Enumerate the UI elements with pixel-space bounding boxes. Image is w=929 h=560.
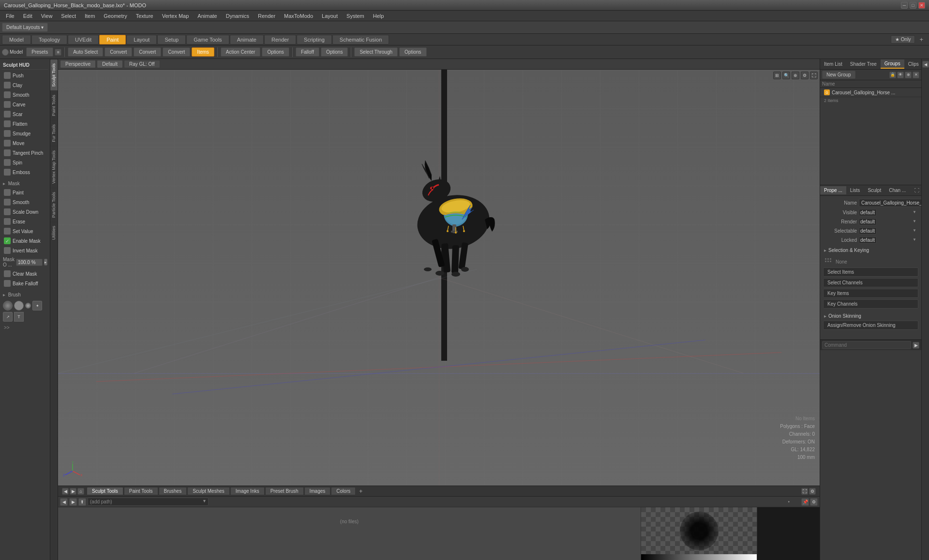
- menu-item-edit[interactable]: Edit: [19, 12, 36, 20]
- tab-paint[interactable]: Paint: [99, 35, 126, 44]
- tool-spin[interactable]: Spin: [2, 158, 48, 167]
- falloff-button[interactable]: Falloff: [296, 47, 319, 57]
- menu-item-vertex-map[interactable]: Vertex Map: [158, 12, 193, 20]
- convert1-button[interactable]: Convert: [105, 47, 132, 57]
- far-right-collapse[interactable]: ◀: [922, 61, 929, 68]
- tab-model[interactable]: Model: [2, 35, 31, 44]
- tool-set-value[interactable]: Set Value: [2, 226, 48, 236]
- tool-clay[interactable]: Clay: [2, 80, 48, 90]
- convert3-button[interactable]: Convert: [163, 47, 190, 57]
- tool-flatten[interactable]: Flatten: [2, 119, 48, 129]
- auto-select-button[interactable]: Auto Select: [68, 47, 103, 57]
- btm-settings-icon[interactable]: ⚙: [810, 498, 818, 506]
- btm-tool-3[interactable]: ⬆: [78, 498, 86, 506]
- vp-fit-icon[interactable]: ⊞: [773, 72, 781, 79]
- btm-tab-sculpt[interactable]: Sculpt Tools: [87, 487, 123, 495]
- prop-visible-select[interactable]: default: [859, 209, 877, 216]
- minimize-button[interactable]: ─: [901, 2, 908, 9]
- props-tab-lists[interactable]: Lists: [846, 186, 864, 194]
- options3-button[interactable]: Options: [399, 47, 426, 57]
- vp-settings-icon[interactable]: ⚙: [801, 72, 809, 79]
- btm-tab-colors[interactable]: Colors: [331, 487, 356, 495]
- key-items-button[interactable]: Key Items: [823, 289, 918, 298]
- tab-topology[interactable]: Topology: [31, 35, 67, 44]
- mask-opacity-expand[interactable]: ▸: [44, 259, 47, 265]
- prop-selectable-select[interactable]: default: [859, 227, 877, 235]
- side-tab-fur[interactable]: Fur Tools: [50, 120, 58, 146]
- close-button[interactable]: ✕: [918, 2, 925, 9]
- side-tab-vertex[interactable]: Vertex Map Tools: [50, 146, 58, 188]
- tool-scar[interactable]: Scar: [2, 109, 48, 119]
- btm-expand-icon[interactable]: ⛶: [801, 488, 808, 495]
- tool-bake-falloff[interactable]: Bake Falloff: [2, 279, 48, 288]
- ctrl-icon-1[interactable]: 🔒: [889, 72, 896, 78]
- btm-tool-1[interactable]: ◀: [60, 498, 68, 506]
- brush-star[interactable]: ✦: [32, 301, 42, 310]
- tab-uvedit[interactable]: UVEdit: [68, 35, 99, 44]
- menu-item-file[interactable]: File: [2, 12, 18, 20]
- new-group-button[interactable]: New Group: [822, 71, 855, 79]
- side-tab-paint[interactable]: Paint Tools: [50, 90, 58, 120]
- preset-icon[interactable]: ≡: [55, 49, 61, 56]
- prop-locked-select[interactable]: default: [859, 236, 877, 244]
- mask-section-header[interactable]: ▸ Mask: [2, 179, 48, 188]
- items-button[interactable]: Items: [192, 47, 214, 57]
- menu-item-texture[interactable]: Texture: [132, 12, 157, 20]
- menu-item-item[interactable]: Item: [81, 12, 99, 20]
- tool-scale-down[interactable]: Scale Down: [2, 207, 48, 217]
- tab-animate[interactable]: Animate: [230, 35, 264, 44]
- tool-clear-mask[interactable]: Clear Mask: [2, 269, 48, 279]
- onion-skinning-header[interactable]: ▸ Onion Skinning: [823, 311, 918, 321]
- menu-item-layout[interactable]: Layout: [318, 12, 342, 20]
- options2-button[interactable]: Options: [321, 47, 348, 57]
- brush-hard-circle[interactable]: [14, 301, 24, 310]
- tool-smudge[interactable]: Smudge: [2, 129, 48, 138]
- maximize-button[interactable]: □: [910, 2, 916, 9]
- props-tab-chan[interactable]: Chan ...: [885, 186, 910, 194]
- right-tab-groups[interactable]: Groups: [881, 59, 904, 69]
- tool-push[interactable]: Push: [2, 71, 48, 80]
- path-input[interactable]: [88, 498, 209, 506]
- vp-zoom-in-icon[interactable]: 🔍: [782, 72, 790, 79]
- tool-emboss[interactable]: Emboss: [2, 167, 48, 177]
- brush-text-T[interactable]: T: [14, 312, 24, 322]
- side-tab-particle[interactable]: Particle Tools: [50, 188, 58, 221]
- tool-erase[interactable]: Erase: [2, 217, 48, 226]
- btm-tab-images[interactable]: Images: [304, 487, 331, 495]
- btm-nav-home[interactable]: ⌂: [77, 488, 84, 495]
- options1-button[interactable]: Options: [262, 47, 289, 57]
- btm-gear-icon[interactable]: ⚙: [809, 488, 816, 495]
- tool-invert-mask[interactable]: Invert Mask: [2, 246, 48, 255]
- tool-carve[interactable]: Carve: [2, 100, 48, 109]
- side-tab-utilities[interactable]: Utilities: [50, 221, 58, 244]
- ctrl-icon-3[interactable]: ⊕: [905, 72, 912, 78]
- tool-move[interactable]: Move: [2, 138, 48, 148]
- ctrl-icon-4[interactable]: ✕: [913, 72, 919, 78]
- menu-item-maxtomodo[interactable]: MaxToModo: [280, 12, 317, 20]
- menu-item-dynamics[interactable]: Dynamics: [222, 12, 253, 20]
- vp-expand-icon[interactable]: ⛶: [810, 72, 818, 79]
- right-tab-clips[interactable]: Clips: [904, 60, 921, 68]
- btm-nav-prev[interactable]: ◀: [62, 488, 69, 495]
- assign-remove-onion-button[interactable]: Assign/Remove Onion Skinning: [823, 321, 918, 330]
- view-shading[interactable]: Default: [97, 60, 123, 68]
- tab-scripting[interactable]: Scripting: [297, 35, 332, 44]
- menu-item-geometry[interactable]: Geometry: [100, 12, 131, 20]
- tab-add-button[interactable]: +: [915, 34, 927, 44]
- tab-game-tools[interactable]: Game Tools: [186, 35, 229, 44]
- btm-tab-image-inks[interactable]: Image Inks: [230, 487, 265, 495]
- tab-render[interactable]: Render: [264, 35, 296, 44]
- tab-layout[interactable]: Layout: [126, 35, 157, 44]
- btm-tool-2[interactable]: ▶: [69, 498, 77, 506]
- tool-mask-smooth[interactable]: Smooth: [2, 197, 48, 207]
- ctrl-icon-2[interactable]: 👁: [897, 72, 904, 78]
- view-ray-gl[interactable]: Ray GL: Off: [124, 60, 160, 68]
- prop-name-input[interactable]: [859, 199, 921, 207]
- tab-setup[interactable]: Setup: [157, 35, 186, 44]
- btm-nav-next[interactable]: ▶: [70, 488, 76, 495]
- selection-keying-header[interactable]: ▸ Selection & Keying: [823, 246, 918, 255]
- btm-tab-sculpt-meshes[interactable]: Sculpt Meshes: [187, 487, 230, 495]
- vp-zoom-out-icon[interactable]: ⊕: [792, 72, 799, 79]
- command-input[interactable]: [822, 341, 911, 349]
- tool-mask-paint[interactable]: Paint: [2, 188, 48, 197]
